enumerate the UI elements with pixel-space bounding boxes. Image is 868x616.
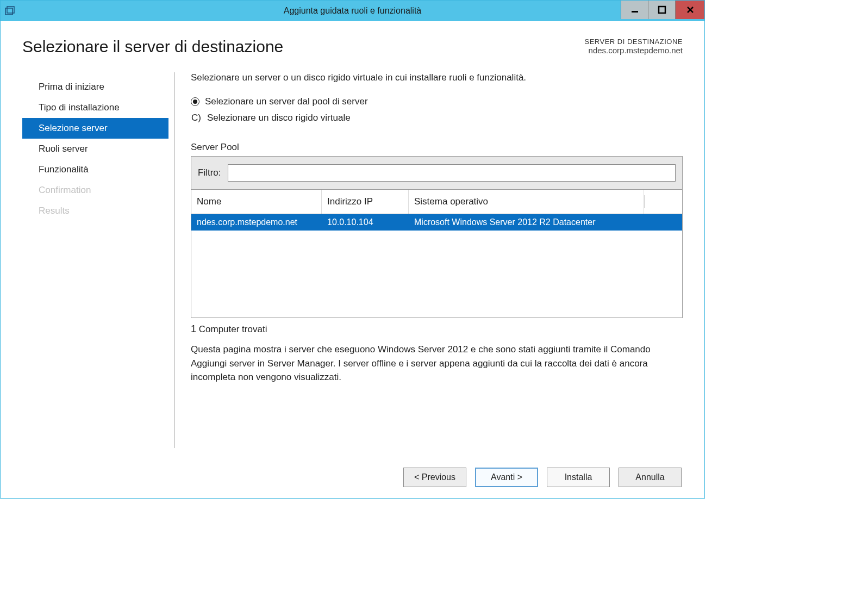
svg-rect-1 (7, 7, 14, 13)
sidebar-item-server-roles[interactable]: Ruoli server (22, 139, 168, 159)
svg-rect-0 (5, 8, 13, 15)
destination-value: ndes.corp.mstepdemo.net (584, 46, 683, 55)
radio-select-from-pool[interactable]: Selezionare un server dal pool di server (191, 96, 683, 107)
window-title: Aggiunta guidata ruoli e funzionalità (284, 6, 422, 16)
svg-rect-3 (659, 7, 665, 13)
radio-select-vhd[interactable]: C) Selezionare un disco rigido virtuale (191, 113, 683, 123)
close-button[interactable] (675, 1, 704, 19)
maximize-button[interactable] (648, 1, 675, 19)
next-button[interactable]: Avanti > (475, 468, 538, 487)
wizard-steps-sidebar: Prima di iniziare Tipo di installazione … (22, 72, 174, 448)
wizard-buttons: < Previous Avanti > Installa Annulla (22, 468, 683, 487)
destination-label: SERVER DI DESTINAZIONE (584, 38, 683, 46)
app-icon (5, 6, 15, 16)
filter-bar: Filtro: (191, 157, 682, 190)
sidebar-item-before-you-begin[interactable]: Prima di iniziare (22, 77, 168, 97)
sidebar-item-server-selection[interactable]: Selezione server (22, 118, 168, 139)
server-pool-label: Server Pool (191, 142, 683, 153)
column-spacer (644, 195, 682, 208)
previous-button[interactable]: < Previous (403, 468, 466, 487)
column-name[interactable]: Nome (191, 190, 322, 214)
svg-rect-2 (632, 11, 638, 13)
radio-marker-text: C) (191, 113, 202, 123)
server-pool-box: Filtro: Nome Indirizzo IP Sistema operat… (191, 156, 683, 318)
table-row[interactable]: ndes.corp.mstepdemo.net 10.0.10.104 Micr… (191, 214, 682, 231)
footer-note: Questa pagina mostra i server che eseguo… (191, 343, 683, 384)
cell-name: ndes.corp.mstepdemo.net (191, 215, 322, 229)
main-content: Selezionare un server o un disco rigido … (174, 72, 683, 448)
radio-label: Selezionare un server dal pool di server (205, 96, 368, 107)
column-os[interactable]: Sistema operativo (409, 190, 644, 214)
sidebar-item-confirmation: Confirmation (22, 180, 168, 201)
radio-label: Selezionare un disco rigido virtuale (207, 113, 351, 123)
computers-found: 1 Computer trovati (191, 323, 683, 335)
cell-os: Microsoft Windows Server 2012 R2 Datacen… (409, 215, 682, 229)
cell-ip: 10.0.10.104 (322, 215, 409, 229)
sidebar-item-installation-type[interactable]: Tipo di installazione (22, 97, 168, 118)
sidebar-item-features[interactable]: Funzionalità (22, 159, 168, 180)
titlebar: Aggiunta guidata ruoli e funzionalità (1, 1, 704, 21)
destination-server-box: SERVER DI DESTINAZIONE ndes.corp.mstepde… (584, 38, 683, 55)
found-label: Computer trovati (199, 324, 267, 334)
filter-input[interactable] (228, 164, 676, 182)
table-body: ndes.corp.mstepdemo.net 10.0.10.104 Micr… (191, 214, 682, 318)
column-ip[interactable]: Indirizzo IP (322, 190, 409, 214)
install-button[interactable]: Installa (547, 468, 610, 487)
intro-text: Selezionare un server o un disco rigido … (191, 72, 683, 83)
table-header: Nome Indirizzo IP Sistema operativo (191, 190, 682, 214)
cancel-button[interactable]: Annulla (619, 468, 682, 487)
minimize-button[interactable] (621, 1, 648, 19)
sidebar-item-results: Results (22, 201, 168, 221)
radio-icon (191, 97, 199, 106)
wizard-window: Aggiunta guidata ruoli e funzionalità Se… (0, 0, 705, 499)
filter-label: Filtro: (198, 167, 221, 178)
found-count: 1 (191, 323, 196, 334)
page-title: Selezionare il server di destinazione (22, 38, 283, 56)
